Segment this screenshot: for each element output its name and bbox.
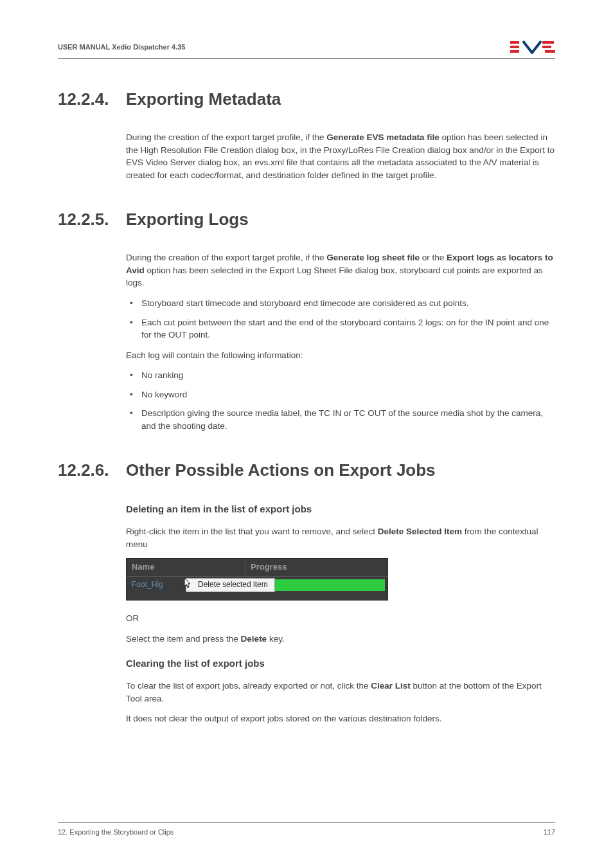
- row-name-label: Foot_Hig: [127, 579, 186, 590]
- svg-rect-1: [510, 46, 519, 48]
- svg-rect-0: [510, 41, 519, 44]
- table-header-row: Name Progress: [127, 559, 387, 577]
- text: To clear the list of export jobs, alread…: [126, 681, 371, 691]
- section-content: During the creation of the export target…: [126, 131, 555, 181]
- evs-logo: [510, 40, 555, 54]
- paragraph: Select the item and press the Delete key…: [126, 633, 555, 646]
- progress-bar: [275, 579, 385, 591]
- screenshot-delete-item: Name Progress Foot_Hig Delete selected i…: [126, 558, 555, 601]
- context-menu-item[interactable]: Delete selected item: [186, 578, 275, 592]
- section-heading: 12.2.5. Exporting Logs: [58, 210, 555, 230]
- page-footer: 12. Exporting the Storyboard or Clips 11…: [58, 822, 555, 836]
- or-label: OR: [126, 612, 555, 625]
- bold-text: Clear List: [371, 681, 411, 691]
- list-item: No keyword: [126, 388, 555, 401]
- list-item: Description giving the source media labe…: [126, 407, 555, 432]
- text: Select the item and press the: [126, 634, 241, 644]
- subheading: Deleting an item in the list of export j…: [126, 502, 555, 516]
- svg-rect-5: [545, 50, 555, 53]
- paragraph: Each log will contain the following info…: [126, 349, 555, 362]
- list-item: Storyboard start timecode and storyboard…: [126, 297, 555, 310]
- export-jobs-table: Name Progress Foot_Hig Delete selected i…: [126, 558, 388, 601]
- section-number: 12.2.4.: [58, 89, 126, 109]
- table-padding: [127, 593, 387, 600]
- paragraph: During the creation of the export target…: [126, 131, 555, 181]
- section-heading: 12.2.4. Exporting Metadata: [58, 89, 555, 109]
- section-number: 12.2.6.: [58, 460, 126, 480]
- text: During the creation of the export target…: [126, 132, 326, 142]
- text: Right-click the item in the list that yo…: [126, 527, 378, 536]
- paragraph: To clear the list of export jobs, alread…: [126, 680, 555, 705]
- column-header-progress: Progress: [245, 559, 387, 576]
- text: option has been selected in the Export L…: [126, 266, 543, 288]
- paragraph: It does not clear the output of export j…: [126, 712, 555, 725]
- section-content: During the creation of the export target…: [126, 251, 555, 432]
- header-title: USER MANUAL Xedio Dispatcher 4.35: [58, 43, 185, 51]
- cursor-icon: [184, 577, 193, 589]
- section-number: 12.2.5.: [58, 210, 126, 230]
- bold-text: Generate EVS metadata file: [326, 132, 440, 142]
- menu-item-label: Delete selected item: [198, 579, 268, 590]
- subheading: Clearing the list of export jobs: [126, 656, 555, 671]
- bold-text: Delete Selected Item: [378, 527, 462, 536]
- section-heading: 12.2.6. Other Possible Actions on Export…: [58, 460, 555, 480]
- paragraph: During the creation of the export target…: [126, 251, 555, 289]
- footer-page-number: 117: [544, 828, 555, 836]
- svg-rect-3: [542, 41, 554, 44]
- svg-rect-4: [542, 46, 551, 48]
- text: key.: [267, 634, 285, 644]
- table-row: Foot_Hig Delete selected item: [127, 577, 387, 593]
- list-item: Each cut point between the start and the…: [126, 316, 555, 341]
- section-title: Other Possible Actions on Export Jobs: [126, 460, 436, 480]
- list-item: No ranking: [126, 369, 555, 382]
- page-header: USER MANUAL Xedio Dispatcher 4.35: [58, 40, 555, 59]
- text: During the creation of the export target…: [126, 253, 326, 262]
- bullet-list: Storyboard start timecode and storyboard…: [126, 297, 555, 341]
- paragraph: Right-click the item in the list that yo…: [126, 525, 555, 550]
- section-title: Exporting Metadata: [126, 89, 281, 109]
- footer-chapter: 12. Exporting the Storyboard or Clips: [58, 828, 173, 836]
- bold-text: Generate log sheet file: [326, 253, 420, 262]
- bullet-list: No ranking No keyword Description giving…: [126, 369, 555, 432]
- column-header-name: Name: [127, 559, 245, 576]
- text: or the: [420, 253, 447, 262]
- section-title: Exporting Logs: [126, 210, 249, 230]
- section-content: Deleting an item in the list of export j…: [126, 502, 555, 725]
- svg-rect-2: [510, 50, 519, 53]
- bold-text: Delete: [241, 634, 267, 644]
